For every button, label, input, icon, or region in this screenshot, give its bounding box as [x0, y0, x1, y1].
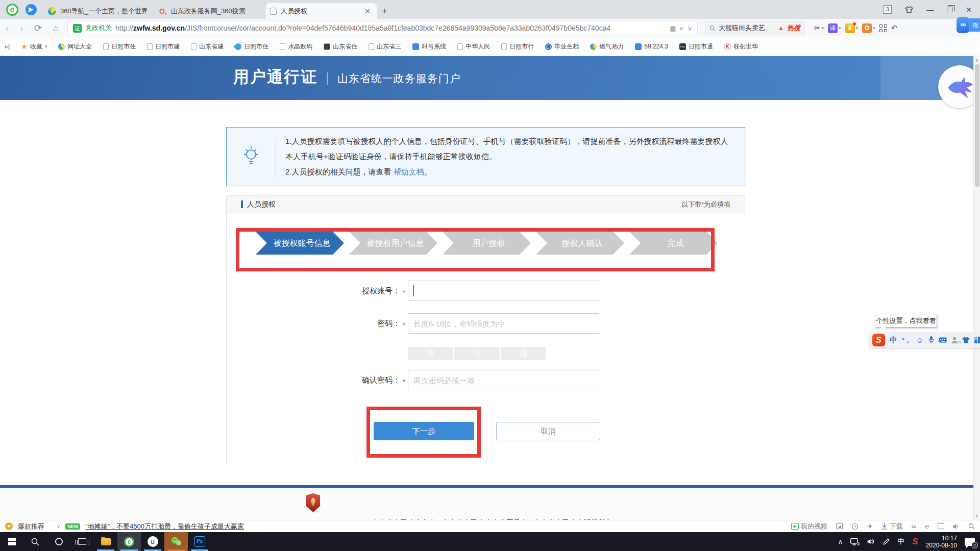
input-language-indicator[interactable]: 中: [897, 537, 904, 546]
find-icon[interactable]: [968, 523, 975, 530]
close-window-button[interactable]: ✕: [966, 6, 972, 14]
search-query[interactable]: 大熊猫街头卖艺: [719, 23, 775, 33]
confirm-password-input[interactable]: [408, 370, 599, 390]
sidebar-toggle-icon[interactable]: ▹|: [5, 43, 10, 50]
taskbar-search-button[interactable]: [23, 532, 47, 551]
reading-glasses-icon[interactable]: ∞: [912, 522, 916, 530]
apps-grid-icon[interactable]: [879, 24, 887, 32]
account-input[interactable]: [408, 281, 599, 301]
task-view-button[interactable]: [70, 532, 94, 551]
bookmark-item[interactable]: K联创世华: [724, 42, 758, 51]
refresh-button[interactable]: ⟳: [29, 22, 47, 34]
rocket-icon[interactable]: ✈: [867, 522, 873, 530]
bookmark-item[interactable]: 水晶数码: [280, 42, 312, 51]
tray-expand-icon[interactable]: ∧: [838, 538, 843, 545]
tab-360-nav[interactable]: 360导航_一个主页，整个世界: [43, 3, 154, 19]
drag-widget[interactable]: ∞ 拖拽: [957, 17, 980, 33]
search-box[interactable]: 大熊猫街头卖艺 ▲ 热搜: [705, 21, 805, 35]
new-tab-button[interactable]: +: [377, 6, 393, 19]
pen-input-icon[interactable]: [883, 538, 890, 545]
ime-account-icon[interactable]: 15: [951, 337, 958, 343]
sites-directory[interactable]: 网址大全: [58, 42, 92, 51]
ime-mic-icon[interactable]: [928, 336, 934, 344]
password-input[interactable]: [408, 313, 599, 334]
bookmark-item[interactable]: 燃气热力: [590, 42, 624, 51]
minimize-button[interactable]: —: [926, 6, 934, 14]
wechat-taskbar-button[interactable]: [164, 532, 188, 551]
favorites-menu[interactable]: ★收藏▾: [21, 42, 47, 51]
ime-toolbox-icon[interactable]: [974, 337, 980, 344]
browser-360-taskbar-button[interactable]: e: [117, 532, 141, 551]
address-dropdown-icon[interactable]: ∨: [687, 24, 692, 32]
tab-close-icon[interactable]: ✕: [363, 7, 372, 15]
collapse-chevron-icon[interactable]: ∨: [57, 523, 60, 529]
wallet-icon[interactable]: ¥▾: [845, 23, 859, 33]
bookmark-item[interactable]: 日照市建: [147, 42, 180, 51]
glasses-widget-icon[interactable]: ∞: [957, 17, 969, 33]
start-button[interactable]: [0, 532, 23, 551]
ime-skin-shirt-icon[interactable]: [962, 337, 970, 343]
help-doc-link[interactable]: 帮助文档: [394, 167, 424, 176]
bookmark-item[interactable]: 山东省住: [324, 42, 357, 51]
mute-speaker-icon[interactable]: [953, 523, 960, 530]
tab-360-search[interactable]: O, 山东政务服务网_360搜索: [154, 3, 265, 19]
bookmark-item[interactable]: 毕业生档: [545, 42, 579, 51]
browser-360-logo-icon[interactable]: e: [6, 4, 18, 16]
sogou-tray-icon[interactable]: S: [912, 537, 918, 547]
hot-search-label[interactable]: 热搜: [787, 23, 800, 33]
sogou-logo-icon[interactable]: S: [872, 334, 885, 346]
home-button[interactable]: ⌂: [47, 23, 64, 34]
bookmark-item[interactable]: 叫号系统: [412, 42, 446, 51]
compat-mode-icon[interactable]: ℮: [680, 24, 684, 32]
qr-code-icon[interactable]: ▦: [670, 24, 676, 32]
taskbar-clock[interactable]: 10:17 2020-08-10: [926, 535, 957, 549]
ime-emoji-icon[interactable]: ☺: [916, 336, 923, 344]
bookmark-item[interactable]: 59.224.3: [635, 43, 668, 50]
scrollbar-thumb[interactable]: [975, 64, 979, 187]
bookmark-item[interactable]: 山东省三: [369, 42, 401, 51]
undo-arrow-icon[interactable]: ↶: [891, 23, 898, 33]
u-app-taskbar-button[interactable]: u: [141, 532, 164, 551]
promo-label[interactable]: 爆款推荐: [18, 522, 44, 531]
history-clock-icon[interactable]: [851, 523, 859, 530]
file-explorer-button[interactable]: [94, 532, 117, 551]
url-text[interactable]: http://zwfw.sd.gov.cn/JIS/frontcoruser/c…: [115, 24, 666, 32]
scroll-up-icon[interactable]: ∧: [974, 58, 980, 63]
ie-compat-icon[interactable]: ℮: [925, 522, 929, 530]
bookmark-item[interactable]: 日照市行: [501, 42, 534, 51]
news-headline-link[interactable]: “地摊婊”，不要4500万打胎费，靠偷生孩子成最大赢家: [85, 522, 244, 531]
cancel-button[interactable]: 取消: [496, 422, 600, 440]
picture-icon[interactable]: ◢: [836, 523, 843, 529]
back-button[interactable]: ‹: [0, 23, 14, 34]
sogou-ime-bar[interactable]: S 中 °， ☺ 15: [869, 332, 980, 348]
action-center-icon[interactable]: 2: [965, 538, 975, 546]
bookmark-item[interactable]: bsp日照市通: [679, 42, 713, 51]
translate-icon[interactable]: 译▾: [828, 23, 841, 33]
bookmark-item[interactable]: 日照市住: [103, 42, 136, 51]
ime-punct-icon[interactable]: °，: [902, 336, 911, 345]
page-scrollbar[interactable]: ∧ ∨: [973, 56, 980, 520]
my-video-button[interactable]: ▶我的视频: [791, 522, 827, 531]
address-bar[interactable]: 证 党政机关 http://zwfw.sd.gov.cn/JIS/frontco…: [67, 21, 698, 35]
screenshot-scissors-icon[interactable]: ✂▾: [814, 23, 824, 33]
nav-plane-icon[interactable]: [26, 4, 37, 15]
site-type-label[interactable]: 党政机关: [85, 23, 112, 33]
bookmark-item[interactable]: 山东省建: [191, 42, 224, 51]
restore-button[interactable]: [947, 7, 952, 12]
cortana-button[interactable]: [47, 532, 70, 551]
bookmark-item[interactable]: 中华人民: [457, 42, 490, 51]
volume-icon[interactable]: [867, 538, 875, 545]
download-button[interactable]: 下载: [881, 522, 903, 531]
tab-active-personnel-auth[interactable]: 人员授权 ✕: [265, 3, 377, 19]
games-icon[interactable]: 🞈▾: [862, 23, 875, 33]
ime-tooltip[interactable]: 个性设置，点我看看: [875, 314, 937, 328]
ime-keyboard-icon[interactable]: [939, 337, 947, 343]
bookmark-item[interactable]: 日照市住: [235, 42, 268, 51]
forward-button[interactable]: ›: [14, 23, 29, 34]
network-display-icon[interactable]: [850, 538, 860, 545]
window-layout-icon[interactable]: [938, 523, 944, 529]
scroll-down-icon[interactable]: ∨: [974, 513, 980, 518]
photoshop-taskbar-button[interactable]: Ps: [188, 532, 211, 551]
skin-shirt-icon[interactable]: [905, 6, 913, 13]
tab-count-badge[interactable]: 3: [883, 5, 892, 14]
